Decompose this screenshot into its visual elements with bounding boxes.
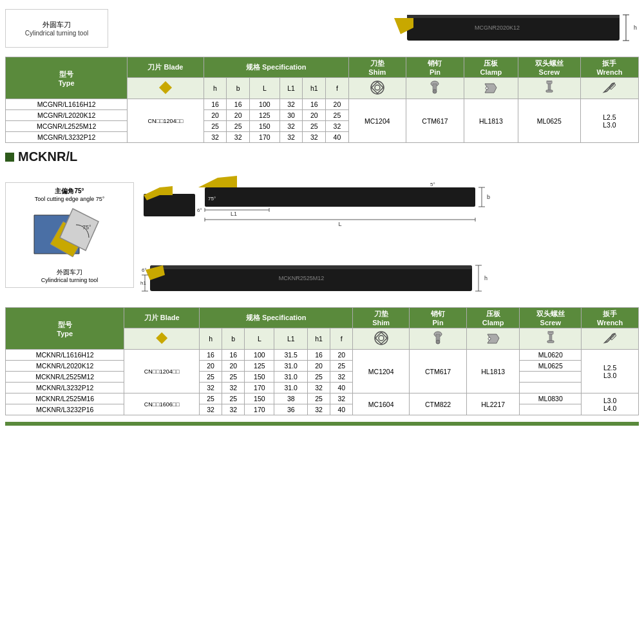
- table1: 型号 Type 刀片 Blade 规格 Specification 刀垫 Shi…: [5, 57, 639, 143]
- svg-text:6°: 6°: [197, 207, 202, 213]
- svg-rect-28: [205, 187, 475, 207]
- table1-pin-val: CTM617: [406, 99, 464, 143]
- mcknrl-bar-svg: 6° MCKNR2525M12 h: [140, 249, 495, 301]
- blade-shape-icon-2: [156, 332, 167, 344]
- svg-point-8: [371, 81, 384, 94]
- table2-row-2: MCKNR/L2525M12 25 25 150 31.0 25 32: [6, 372, 639, 383]
- table1-wrench-header: 扳手 Wrench: [580, 57, 638, 78]
- page: 外圆车刀 Cylindrical turning tool MCGNR2020K…: [0, 0, 644, 431]
- table1-spec-header: 规格 Specification: [204, 57, 348, 78]
- table2-pin-header: 销钉 Pin: [410, 308, 467, 328]
- mcknrl-angle-diagram: 75°: [28, 202, 111, 267]
- table2-header-row: 型号 Type 刀片 Blade 规格 Specification 刀垫 Shi…: [6, 308, 639, 328]
- table2-pin-val-1: CTM617: [410, 350, 467, 393]
- mcknrl-tool-label-zh: 外圆车刀: [10, 268, 129, 277]
- table2-pin-val-2: CTM822: [410, 393, 467, 415]
- table1-type-3: MCGNR/L3232P12: [6, 132, 128, 143]
- table2-clamp-val-1: HL1813: [467, 350, 520, 393]
- table2-shim-header: 刀垫 Shim: [353, 308, 410, 328]
- table2-screw-icon: [520, 328, 582, 350]
- mcknrl-title: MCKNR/L: [18, 149, 77, 164]
- svg-text:h: h: [484, 275, 488, 281]
- table1-wrench-icon: [580, 78, 638, 99]
- table1-pin-icon: [406, 78, 464, 99]
- table1-col-h: h: [204, 78, 227, 99]
- table1-col-L1: L1: [279, 78, 303, 99]
- top-tool-label-zh: 外圆车刀: [43, 20, 71, 30]
- table2-row-5: MCKNR/L3232P16 32 32 170 36 32 40: [6, 404, 639, 415]
- top-tool-photo: MCGNR2020K12 h: [115, 5, 639, 52]
- table2-col-f: f: [330, 328, 353, 350]
- table2-col-L1: L1: [274, 328, 308, 350]
- table1-pin-header: 销钉 Pin: [406, 57, 464, 78]
- table2-type-1: MCKNR/L2020K12: [6, 361, 124, 372]
- table2-row-3: MCKNR/L3232P12 32 32 170 31.0 32 40: [6, 383, 639, 393]
- table1-type-2: MCGNR/L2525M12: [6, 121, 128, 132]
- mcknrl-diagram-section: 主偏角75° Tool cutting edge angle 75° 75° 外…: [5, 168, 639, 302]
- mcknrl-tool-bar-container: 6° MCKNR2525M12 h: [140, 249, 639, 302]
- svg-text:MCKNR2525M12: MCKNR2525M12: [279, 275, 325, 281]
- table2-screw-1: ML0625: [520, 361, 582, 372]
- table1-blade-header: 刀片 Blade: [128, 57, 204, 78]
- screw-icon: [543, 80, 556, 95]
- shim-icon: [370, 80, 384, 95]
- table2-shim-val-2: MC1604: [353, 393, 410, 415]
- pin-icon-2: [432, 331, 444, 345]
- table1-blade-code: CN□□1204□□: [128, 99, 204, 143]
- table2-blade-code-2: CN□□1606□□: [124, 393, 200, 415]
- mcknrl-tool-label-en: Cylindrical turning tool: [10, 277, 129, 283]
- table2-col-h1: h1: [308, 328, 330, 350]
- svg-marker-10: [372, 82, 383, 93]
- table2-pin-icon: [410, 328, 467, 350]
- table2-spec-header: 规格 Specification: [200, 308, 353, 328]
- table2-blade-header: 刀片 Blade: [124, 308, 200, 328]
- table2-type-5: MCKNR/L3232P16: [6, 404, 124, 415]
- svg-marker-30: [218, 176, 237, 187]
- svg-rect-48: [150, 265, 472, 269]
- table2-wrench-val-2: L3.0 L4.0: [582, 393, 639, 415]
- mcknrl-right-diagrams: 75° 6° 5° L1 L b: [140, 168, 639, 302]
- top-tool-svg: MCGNR2020K12 h: [368, 5, 639, 50]
- table1-type-header: 型号 Type: [6, 57, 128, 99]
- table2-type-4: MCKNR/L2525M16: [6, 393, 124, 404]
- table2-screw-header: 双头螺丝 Screw: [520, 308, 582, 328]
- table2-type-3: MCKNR/L3232P12: [6, 383, 124, 393]
- table1-shim-header: 刀垫 Shim: [348, 57, 406, 78]
- svg-point-64: [436, 340, 440, 344]
- mcknrl-left-diagram: 主偏角75° Tool cutting edge angle 75° 75° 外…: [5, 182, 134, 288]
- table2-col-L: L: [245, 328, 274, 350]
- table2-blade-icon: [124, 328, 200, 350]
- bottom-bar: [5, 422, 639, 426]
- mcknrl-angle-label: 主偏角75°: [10, 187, 129, 196]
- svg-text:L1: L1: [231, 211, 237, 217]
- table2-row-0: MCKNR/L1616H12 CN□□1204□□ 16 16 100 31.5…: [6, 350, 639, 361]
- table2-clamp-val-2: HL2217: [467, 393, 520, 415]
- table2-wrench-icon: [582, 328, 639, 350]
- table2-clamp-header: 压板 Clamp: [467, 308, 520, 328]
- table2-shim-icon: [353, 328, 410, 350]
- svg-text:5°: 5°: [430, 182, 435, 187]
- table2-shim-val-1: MC1204: [353, 350, 410, 393]
- table1-blade-icon: [128, 78, 204, 99]
- svg-text:75°: 75°: [82, 224, 91, 231]
- shim-icon-2: [374, 331, 388, 345]
- svg-point-66: [488, 337, 491, 340]
- table2-wrench-val-1: L2.5 L3.0: [582, 350, 639, 393]
- svg-text:b: b: [487, 194, 490, 200]
- top-tool-diagram: 外圆车刀 Cylindrical turning tool: [5, 9, 108, 48]
- svg-marker-29: [198, 178, 221, 187]
- table1-screw-icon: [518, 78, 580, 99]
- table1-screw-val: ML0625: [518, 99, 580, 143]
- svg-text:h1: h1: [140, 280, 146, 286]
- pin-icon: [429, 80, 440, 95]
- top-section: 外圆车刀 Cylindrical turning tool MCGNR2020K…: [5, 5, 639, 52]
- svg-point-13: [433, 90, 437, 93]
- table1-row-0: MCGNR/L1616H12 CN□□1204□□ 16 16 100 32 1…: [6, 99, 639, 110]
- table2-row-4: MCKNR/L2525M16 CN□□1606□□ 25 25 150 38 2…: [6, 393, 639, 404]
- table1-col-f: f: [326, 78, 349, 99]
- wrench-icon-2: [602, 331, 618, 345]
- table1-screw-header: 双头螺丝 Screw: [518, 57, 580, 78]
- table2-wrench-header: 扳手 Wrench: [582, 308, 639, 328]
- screw-icon-2: [544, 331, 557, 345]
- mcknrl-angle-label-en: Tool cutting edge angle 75°: [10, 196, 129, 202]
